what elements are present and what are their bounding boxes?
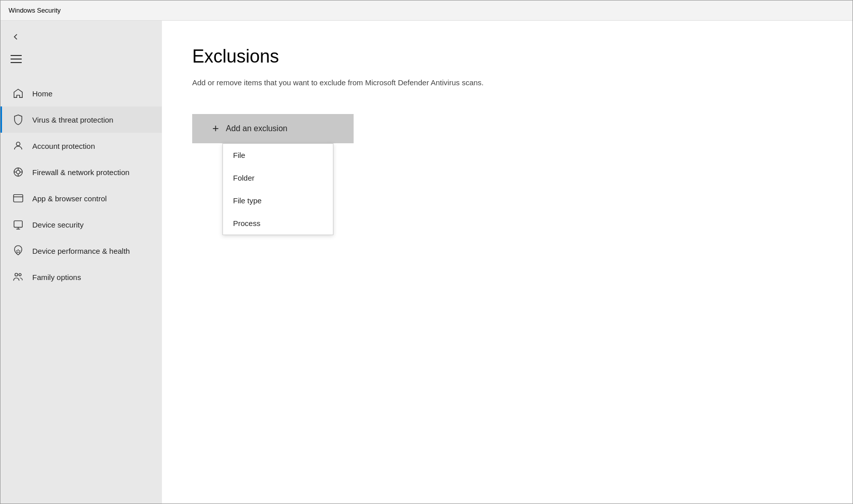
title-bar: Windows Security xyxy=(1,1,852,21)
home-svg xyxy=(13,88,24,99)
sidebar-label-app: App & browser control xyxy=(32,194,107,203)
firewall-svg xyxy=(13,166,24,178)
app-title: Windows Security xyxy=(9,7,61,14)
shield-icon xyxy=(12,114,24,126)
dropdown-item-file[interactable]: File xyxy=(223,144,333,166)
svg-rect-7 xyxy=(14,195,23,202)
add-exclusion-label: Add an exclusion xyxy=(226,124,288,133)
family-icon xyxy=(12,271,24,283)
device-health-icon xyxy=(12,245,24,257)
back-button[interactable] xyxy=(1,26,162,48)
dropdown-item-process[interactable]: Process xyxy=(223,212,333,235)
device-security-icon xyxy=(12,218,24,231)
app-svg xyxy=(13,193,24,204)
account-svg xyxy=(13,140,24,151)
sidebar-item-device-security[interactable]: Device security xyxy=(1,211,162,238)
svg-point-12 xyxy=(15,273,18,276)
sidebar-item-home[interactable]: Home xyxy=(1,80,162,106)
page-description: Add or remove items that you want to exc… xyxy=(192,77,596,89)
sidebar-item-account[interactable]: Account protection xyxy=(1,133,162,159)
sidebar-item-virus-threat[interactable]: Virus & threat protection xyxy=(1,106,162,133)
add-exclusion-wrapper: + Add an exclusion File Folder File type… xyxy=(192,114,354,143)
svg-point-2 xyxy=(16,170,20,174)
sidebar-item-firewall[interactable]: Firewall & network protection xyxy=(1,159,162,185)
svg-point-13 xyxy=(19,273,21,276)
home-icon xyxy=(12,87,24,99)
sidebar-item-app-browser[interactable]: App & browser control xyxy=(1,185,162,211)
device-security-svg xyxy=(13,219,24,230)
sidebar-label-virus: Virus & threat protection xyxy=(32,116,113,124)
firewall-icon xyxy=(12,166,24,178)
sidebar: Home Virus & threat protection xyxy=(1,21,162,504)
device-health-svg xyxy=(13,245,24,256)
add-exclusion-button[interactable]: + Add an exclusion xyxy=(192,114,354,143)
svg-point-0 xyxy=(16,142,20,146)
back-icon xyxy=(11,32,21,42)
plus-icon: + xyxy=(212,123,219,134)
dropdown-item-file-type[interactable]: File type xyxy=(223,189,333,212)
account-icon xyxy=(12,140,24,152)
main-content: Exclusions Add or remove items that you … xyxy=(162,21,852,504)
svg-rect-9 xyxy=(14,221,23,228)
app-container: Home Virus & threat protection xyxy=(1,21,852,504)
sidebar-label-device-security: Device security xyxy=(32,220,84,229)
page-title: Exclusions xyxy=(192,46,822,67)
sidebar-label-family: Family options xyxy=(32,273,81,282)
family-svg xyxy=(13,271,24,283)
sidebar-item-family[interactable]: Family options xyxy=(1,264,162,290)
sidebar-label-home: Home xyxy=(32,89,52,98)
shield-svg xyxy=(13,114,24,125)
sidebar-label-account: Account protection xyxy=(32,142,95,150)
sidebar-label-firewall: Firewall & network protection xyxy=(32,168,130,177)
dropdown-item-folder[interactable]: Folder xyxy=(223,166,333,189)
exclusion-dropdown: File Folder File type Process xyxy=(222,143,333,235)
sidebar-item-device-health[interactable]: Device performance & health xyxy=(1,238,162,264)
sidebar-nav: Home Virus & threat protection xyxy=(1,80,162,504)
hamburger-menu[interactable] xyxy=(1,48,162,70)
sidebar-label-device-health: Device performance & health xyxy=(32,247,130,255)
app-icon xyxy=(12,192,24,204)
